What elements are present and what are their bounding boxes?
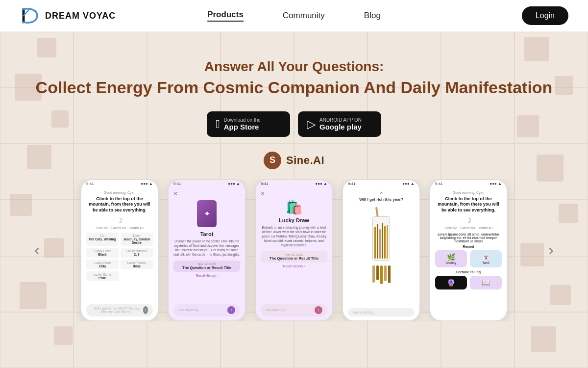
main-nav: Products Community Blog <box>207 10 381 22</box>
phone-3-send-button[interactable]: ↑ <box>315 306 322 314</box>
phone-5-status-bar: 9:41 ●●● ▲ <box>430 180 507 188</box>
phone-1-lucky-stone: Lucky Stone Pearl <box>86 271 119 281</box>
brand-logo-icon: S <box>264 152 281 169</box>
apple-icon:  <box>216 117 220 131</box>
phone-1-lucky-flower: Lucky Flower Rose <box>121 260 153 269</box>
phone-3-result: Nov 11, 2023 The Question or Result Titl… <box>261 251 327 263</box>
phone-4-question: Will I get rich this year? <box>348 197 415 202</box>
login-button[interactable]: Login <box>522 6 568 25</box>
phone-3-bag-icon: 🛍️ <box>261 199 327 215</box>
phone-5-fortune-items: 🔮 📖 <box>435 276 502 289</box>
phone-2-result-title: The Question or Result Title <box>176 265 237 270</box>
phone-5-greeting: Good morning, Cyan <box>435 191 502 194</box>
phone-4-status-bar: 9:41 ●●● ▲ <box>343 180 419 188</box>
phone-1-chat-input[interactable]: Will I get rich in 2024? Do they love me… <box>86 304 153 316</box>
phone-3-result-history[interactable]: Result History › <box>261 264 327 268</box>
google-play-button[interactable]: ▷ ANDROID APP ON Google play <box>298 111 381 137</box>
phone-4-chat-placeholder: Ask anything... <box>353 311 375 314</box>
logo: DREAM VOYAC <box>20 5 116 26</box>
phone-1-stats: Love 52 · Career 68 · Health 48 <box>86 226 153 230</box>
phone-2-send-button[interactable]: ↑ <box>227 306 235 314</box>
fortune-stick-4 <box>382 223 383 259</box>
phone-3-time: 9:41 <box>261 182 269 186</box>
phone-1-status-bar: 9:41 ●●● ▲ <box>81 180 158 188</box>
phone-2-title: Tarot <box>173 231 240 237</box>
phone-3-title: Lucky Draw <box>261 217 327 223</box>
phone-4-time: 9:41 <box>348 182 356 186</box>
hero-section: Answer All Your Questions: Collect Energ… <box>0 32 588 368</box>
google-play-sublabel: ANDROID APP ON <box>319 117 362 123</box>
phone-1-send-button[interactable]: ↑ <box>143 306 148 314</box>
nav-products[interactable]: Products <box>207 10 244 22</box>
fortune-sticks-container <box>348 207 415 261</box>
nav-community[interactable]: Community <box>283 11 325 21</box>
phone-4-content: ✕ Will I get rich this year? <box>343 188 419 320</box>
nav-blog[interactable]: Blog <box>364 11 381 21</box>
phone-3-status-bar: 9:41 ●●● ▲ <box>256 180 332 188</box>
fortune-sticks-spread <box>348 265 415 284</box>
phone-1-quote: Climb to the top of the mountain, from t… <box>86 196 153 213</box>
brand-badge: S Sine.AI <box>0 152 588 169</box>
phone-3-close[interactable]: ✕ <box>261 191 327 196</box>
app-store-button[interactable]:  Download on the App Store <box>207 111 290 137</box>
phone-2-close[interactable]: ✕ <box>173 191 240 196</box>
phone-5-fortune-item-1: 🔮 <box>435 276 467 289</box>
phone-4-close[interactable]: ✕ <box>348 191 415 195</box>
phone-5-quote: Climb to the top of the mountain, from t… <box>435 196 502 213</box>
fortune-stick-3 <box>379 229 381 259</box>
logo-text: DREAM VOYAC <box>45 11 116 21</box>
phone-1-content: Good morning, Cyan Climb to the top of t… <box>81 188 158 320</box>
phone-1-greeting: Good morning, Cyan <box>86 191 153 194</box>
google-play-icon: ▷ <box>307 117 316 131</box>
store-buttons-row:  Download on the App Store ▷ ANDROID AP… <box>0 111 588 137</box>
phone-1-lucky-color: Lucky Color Black <box>86 248 119 258</box>
fortune-sticks-bundle <box>369 207 393 261</box>
phone-2-result-history[interactable]: Result History › <box>173 274 240 277</box>
phone-2-tarot-card: ✦ <box>197 200 217 227</box>
app-store-name: App Store <box>224 123 261 131</box>
phone-1-lucky-food: Lucky Food Cola <box>86 260 119 269</box>
hero-content: Answer All Your Questions: Collect Energ… <box>0 32 588 321</box>
phone-5-tarot-icon: 🃏 <box>473 253 499 261</box>
fortune-stick-2 <box>377 224 378 259</box>
fortune-stick-spread-3 <box>380 265 383 284</box>
brand-name: Sine.AI <box>286 154 324 167</box>
phone-5-anxiety-item: 🌿 Anxiety <box>435 250 467 267</box>
phone-5-stats: Love 52 · Career 68 · Health 48 <box>435 226 502 230</box>
phone-5-description: Lorem ipsum dolor sit amet, consectetur … <box>435 233 502 243</box>
app-store-sublabel: Download on the <box>224 117 261 123</box>
phone-2-result: Nov 11, 2023 The Question or Result Titl… <box>173 261 240 272</box>
hero-subtitle: Answer All Your Questions: <box>0 59 588 75</box>
phone-5-tarot-label: Tarot <box>473 261 499 264</box>
phone-2-content: ✕ ✦ Tarot Unleash the power of the cente… <box>169 188 245 320</box>
carousel-track: 9:41 ●●● ▲ Good morning, Cyan Climb to t… <box>45 179 544 321</box>
phone-5-icons: ☽ <box>435 216 502 224</box>
phone-3-chat-input[interactable]: Ask anything... ↑ <box>261 304 327 316</box>
phone-4-chat-input[interactable]: Ask anything... <box>348 308 415 316</box>
phone-3-chat-placeholder: Ask anything... <box>266 308 288 312</box>
carousel-prev-button[interactable]: ‹ <box>29 236 45 264</box>
fortune-stick-spread-5 <box>388 265 391 283</box>
phone-1-signal: ●●● ▲ <box>141 182 153 186</box>
phone-5-fortune-icon-1: 🔮 <box>438 279 464 287</box>
phone-1-grid-dont: Don't Jealousy, Control Desire <box>121 233 153 246</box>
phone-5-recent-label: Recent <box>435 245 502 248</box>
fortune-stick-container <box>372 216 390 261</box>
fortune-stick-6 <box>387 225 388 259</box>
phone-1-grid-do: Do Pot Cats, Walking <box>86 233 119 246</box>
phone-2-time: 9:41 <box>173 182 181 186</box>
phone-5-fortune-item-2: 📖 <box>470 276 502 289</box>
phone-1-time: 9:41 <box>86 182 94 186</box>
carousel-next-button[interactable]: › <box>543 236 559 264</box>
carousel: ‹ 9:41 ●●● ▲ Good morning, Cyan Climb to… <box>0 179 588 321</box>
phone-2-tarot: 9:41 ●●● ▲ ✕ ✦ Tarot Unleash the power o… <box>168 179 246 321</box>
phone-5-tarot-item: 🃏 Tarot <box>470 250 502 267</box>
phone-1-dashboard: 9:41 ●●● ▲ Good morning, Cyan Climb to t… <box>80 179 159 321</box>
phone-2-chat-input[interactable]: Ask anything... ↑ <box>173 304 240 316</box>
phone-3-signal: ●●● ▲ <box>315 182 327 186</box>
fortune-stick-spread-4 <box>384 265 387 281</box>
phone-4-signal: ●●● ▲ <box>402 182 415 186</box>
fortune-stick-1 <box>374 227 376 259</box>
fortune-stick-spread-2 <box>376 265 379 280</box>
fortune-stick-spread-1 <box>372 265 375 283</box>
